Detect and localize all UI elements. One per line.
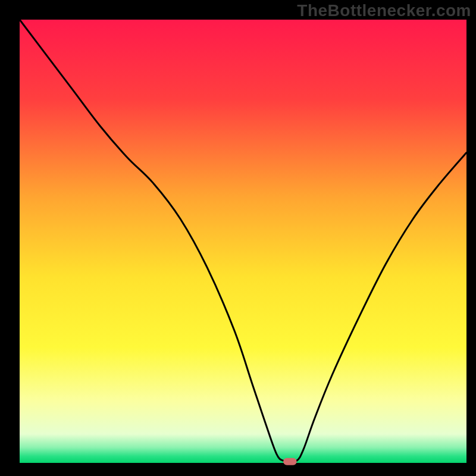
optimal-point-marker <box>283 458 297 465</box>
watermark-text: TheBottleneсker.com <box>297 1 471 20</box>
chart-frame: TheBottleneсker.com <box>0 0 476 476</box>
bottleneck-chart <box>0 0 476 476</box>
